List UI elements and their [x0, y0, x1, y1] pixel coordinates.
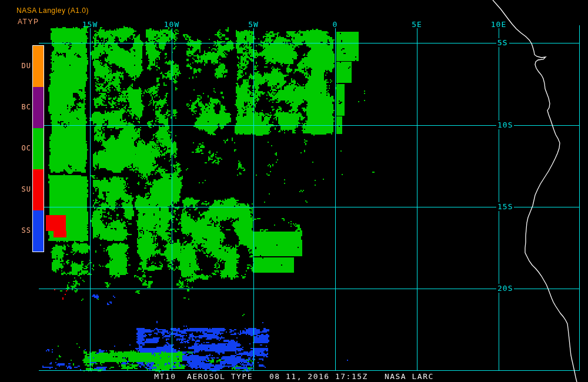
legend-label-ss: SS [11, 226, 31, 234]
lat-label-15s: 15S [496, 202, 514, 211]
lon-label-5w: 5W [248, 20, 259, 29]
caption: MT10 AEROSOL TYPE 08 11, 2016 17:15Z NAS… [0, 372, 588, 381]
lat-label-10s: 10S [496, 120, 514, 129]
lon-label-0: 0 [333, 20, 338, 29]
aerosol-type-colorbar [32, 45, 44, 252]
lat-label-20s: 20S [496, 284, 514, 293]
lon-label-5e: 5E [412, 20, 422, 29]
lon-label-10w: 10W [164, 20, 179, 29]
legend-swatch-du [33, 46, 44, 87]
legend-label-oc: OC [11, 144, 31, 152]
legend-label-bc: BC [11, 103, 31, 111]
lat-label-5s: 5S [496, 38, 509, 47]
legend-label-du: DU [11, 62, 31, 70]
product-subtitle: ATYP [18, 18, 39, 26]
page-title: NASA Langley (A1.0) [16, 6, 89, 15]
lon-label-15w: 15W [82, 20, 98, 29]
legend-label-su: SU [11, 185, 31, 193]
lon-label-10e: 10E [491, 20, 506, 29]
aerosol-map-canvas [0, 0, 588, 382]
legend-swatch-su [33, 169, 44, 210]
legend-swatch-oc [33, 128, 44, 169]
aerosol-quicklook-viewer: NASA Langley (A1.0) ATYP DUBCOCSUSS 15W1… [0, 0, 588, 382]
legend-swatch-bc [33, 87, 44, 128]
legend-swatch-ss [33, 210, 44, 252]
